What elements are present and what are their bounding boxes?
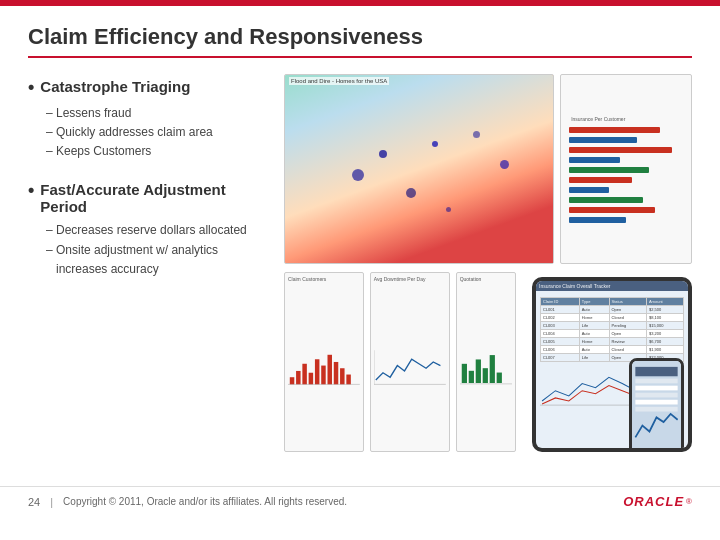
hbar-row-1	[569, 126, 683, 134]
footer-divider: |	[50, 496, 53, 508]
hbar-fill-5	[569, 167, 649, 173]
sub-item-lessens-fraud: Lessens fraud	[46, 104, 268, 123]
map-dot-5	[473, 131, 480, 138]
svg-rect-18	[496, 373, 501, 383]
fast-accurate-sub-items: Decreases reserve dollars allocated Onsi…	[46, 221, 268, 279]
bottom-chart-2-content: Avg Downtime Per Day	[371, 273, 449, 451]
svg-rect-25	[635, 393, 677, 398]
tablet-cell-5-4: $6,700	[646, 338, 683, 346]
tablet-cell-2-3: Closed	[609, 314, 646, 322]
svg-rect-0	[290, 377, 294, 384]
tablet-table-row-3: CL003LifePending$15,000	[541, 322, 684, 330]
bar-chart-svg-3	[460, 284, 512, 448]
hbar-row-6	[569, 176, 683, 184]
text-panel: • Catastrophe Triaging Lessens fraud Qui…	[28, 74, 268, 476]
tablet-cell-4-3: Open	[609, 330, 646, 338]
hbar-title: Insurance Per Customer	[569, 114, 683, 124]
chart-bottom-2: Avg Downtime Per Day	[370, 272, 450, 452]
hbar-row-3	[569, 146, 683, 154]
tablet-table-row-5: CL005HomeReview$6,700	[541, 338, 684, 346]
svg-rect-27	[635, 407, 677, 412]
hbar-chart: Insurance Per Customer	[565, 79, 687, 259]
map-dot-6	[446, 207, 451, 212]
chart-bottom-3: Quotation	[456, 272, 516, 452]
tablet-cell-5-1: CL005	[541, 338, 580, 346]
bottom-chart-3-content: Quotation	[457, 273, 515, 451]
content-row: • Catastrophe Triaging Lessens fraud Qui…	[28, 74, 692, 476]
tablet-table-row-header: Claim ID Type Status Amount	[541, 298, 684, 306]
screenshots-panel: Flood and Dire - Homes for the USA	[284, 74, 692, 476]
bullet-title-fast-accurate: • Fast/Accurate Adjustment Period	[28, 181, 268, 215]
screenshots-top: Flood and Dire - Homes for the USA	[284, 74, 692, 264]
tablet-cell-6-4: $1,900	[646, 346, 683, 354]
chart-right-top: Insurance Per Customer	[560, 74, 692, 264]
hbar-row-10	[569, 216, 683, 224]
tablet-header: Insurance Claim Overall Tracker	[536, 281, 688, 291]
hbar-fill-7	[569, 187, 609, 193]
tablet-cell-3-2: Life	[579, 322, 609, 330]
tablet-cell-3-1: CL003	[541, 322, 580, 330]
map-dot-3	[432, 141, 438, 147]
svg-rect-17	[489, 355, 494, 383]
phone-screen	[632, 361, 681, 448]
tablet-col-header-1: Claim ID	[541, 298, 580, 306]
hbar-fill-3	[569, 147, 671, 153]
map-dot-4	[406, 188, 416, 198]
hbar-fill-1	[569, 127, 660, 133]
hbar-row-2	[569, 136, 683, 144]
tablet-cell-2-2: Home	[579, 314, 609, 322]
svg-rect-6	[327, 355, 331, 385]
svg-rect-4	[315, 359, 319, 384]
bullet-dot-1: •	[28, 78, 34, 98]
tablet-cell-7-1: CL007	[541, 354, 580, 362]
oracle-brand-text: ORACLE	[623, 494, 684, 509]
hbar-fill-4	[569, 157, 620, 163]
main-content: Claim Efficiency and Responsiveness • Ca…	[0, 6, 720, 486]
svg-rect-7	[334, 362, 338, 384]
chart-bottom-1: Claim Customers	[284, 272, 364, 452]
svg-rect-3	[309, 373, 313, 385]
catastrophe-sub-items: Lessens fraud Quickly addresses claim ar…	[46, 104, 268, 162]
tablet-cell-5-2: Home	[579, 338, 609, 346]
tablet-cell-2-4: $8,100	[646, 314, 683, 322]
tablet-col-header-3: Status	[609, 298, 646, 306]
tablet-cell-5-3: Review	[609, 338, 646, 346]
svg-rect-16	[482, 368, 487, 383]
tablet-col-header-2: Type	[579, 298, 609, 306]
tablet-cell-6-2: Auto	[579, 346, 609, 354]
phone-chart	[632, 361, 681, 448]
tablet-spacer: Insurance Claim Overall Tracker Claim ID…	[522, 272, 692, 452]
line-chart-svg-2	[374, 284, 446, 448]
tablet-table: Claim ID Type Status Amount CL001AutoOpe…	[540, 297, 684, 362]
tablet-table-row-4: CL004AutoOpen$3,200	[541, 330, 684, 338]
tablet-cell-1-1: CL001	[541, 306, 580, 314]
hbar-row-7	[569, 186, 683, 194]
tablet-cell-4-4: $3,200	[646, 330, 683, 338]
hbar-fill-8	[569, 197, 643, 203]
hbar-row-8	[569, 196, 683, 204]
svg-rect-14	[468, 371, 473, 383]
bullet-section-fast-accurate: • Fast/Accurate Adjustment Period Decrea…	[28, 181, 268, 279]
svg-rect-24	[635, 386, 677, 391]
tablet-cell-3-4: $15,000	[646, 322, 683, 330]
map-dot-7	[500, 160, 509, 169]
svg-rect-22	[635, 367, 677, 376]
tablet-screen: Insurance Claim Overall Tracker Claim ID…	[536, 281, 688, 448]
sub-item-keeps-customers: Keeps Customers	[46, 142, 268, 161]
sub-item-quickly-addresses: Quickly addresses claim area	[46, 123, 268, 142]
hbar-row-9	[569, 206, 683, 214]
bullet-dot-2: •	[28, 181, 34, 201]
svg-rect-5	[321, 366, 325, 385]
fast-accurate-title: Fast/Accurate Adjustment Period	[40, 181, 268, 215]
tablet-cell-7-2: Life	[579, 354, 609, 362]
svg-rect-23	[635, 379, 677, 384]
tablet-col-header-4: Amount	[646, 298, 683, 306]
bottom-chart-1-content: Claim Customers	[285, 273, 363, 451]
tablet-device: Insurance Claim Overall Tracker Claim ID…	[532, 277, 692, 452]
chart-label-1: Claim Customers	[288, 276, 360, 282]
svg-rect-2	[302, 364, 306, 385]
chart-label-2: Avg Downtime Per Day	[374, 276, 446, 282]
map-dot-1	[379, 150, 387, 158]
tablet-cell-6-1: CL006	[541, 346, 580, 354]
hbar-row-4	[569, 156, 683, 164]
